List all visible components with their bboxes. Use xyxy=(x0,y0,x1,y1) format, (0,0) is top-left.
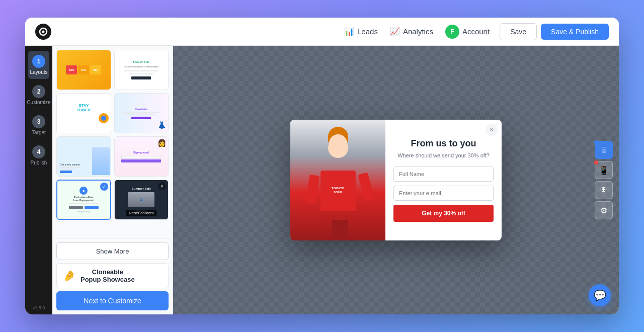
eye-icon: 👁 xyxy=(600,186,608,195)
cloneable-label: Cloneable Popup Showcase xyxy=(80,268,135,283)
popup-subtitle: Where should we send your 30% off? xyxy=(393,152,494,159)
popup-title: From us to you xyxy=(393,138,494,149)
show-more-button[interactable]: Show More xyxy=(56,242,169,260)
templates-footer: Show More 🤌 Cloneable Popup Showcase Nex… xyxy=(52,238,173,314)
template-preview-chair: Get a free sample xyxy=(57,137,111,176)
settings-button[interactable]: ⚙ xyxy=(595,201,613,219)
sidebar-step-layouts[interactable]: 1 Layouts xyxy=(28,51,49,79)
next-to-customize-button[interactable]: Next to Customize xyxy=(56,291,169,310)
template-preview-signup: Sign up now! 👩 xyxy=(115,137,169,176)
mobile-icon: 📱 xyxy=(599,165,609,175)
popup-image-side: TOMATOSOUP xyxy=(290,120,385,240)
svg-point-1 xyxy=(42,30,45,33)
template-preview-newsletter: Newsletter 👗 xyxy=(115,94,169,133)
cloneable-icon: 🤌 xyxy=(63,270,75,282)
nav-leads-label: Leads xyxy=(357,27,378,36)
step-circle-1: 1 xyxy=(32,55,45,68)
main-window: 📊 Leads 📈 Analytics F Account Save Save … xyxy=(25,18,619,314)
mobile-view-button[interactable]: 📱 xyxy=(595,161,613,179)
step-circle-4: 4 xyxy=(32,145,45,158)
popupsmart-icon: ● xyxy=(79,187,88,195)
cloneable-button[interactable]: 🤌 Cloneable Popup Showcase xyxy=(56,263,169,288)
account-initial: F xyxy=(450,28,454,35)
template-card-chair[interactable]: Get a free sample xyxy=(56,136,111,177)
account-avatar: F xyxy=(445,25,459,39)
popup-name-input[interactable] xyxy=(393,167,494,182)
template-preview-pricing: $35 $40 $60 xyxy=(57,50,111,90)
popup-cta-button[interactable]: Get my 30% off xyxy=(393,205,494,222)
popup-preview: TOMATOSOUP From us to you xyxy=(290,120,502,240)
analytics-icon: 📈 xyxy=(390,27,400,36)
sidebar-icons: 1 Layouts 2 Customize 3 Target 4 Publish… xyxy=(25,46,52,314)
popup-email-input[interactable] xyxy=(393,186,494,201)
step-circle-2: 2 xyxy=(32,85,45,98)
leads-icon: 📊 xyxy=(344,27,354,36)
step-label-customize: Customize xyxy=(27,100,50,105)
template-card-signup[interactable]: Sign up now! 👩 xyxy=(114,136,169,177)
sidebar-step-target[interactable]: 3 Target xyxy=(28,111,49,139)
popup-close-icon: × xyxy=(490,126,493,133)
step-circle-3: 3 xyxy=(32,115,45,128)
template-card-popupsmart[interactable]: ● Exclusive offersfrom Popupsmart Privac… xyxy=(56,180,111,220)
step-label-publish: Publish xyxy=(31,160,47,165)
template-card-summer[interactable]: Summer Sale 👗 Shop now × Reset content xyxy=(114,180,169,220)
template-preview-email: SIGN UP FOR Get a free sample of our bes… xyxy=(115,50,169,90)
step-label-target: Target xyxy=(32,130,46,135)
templates-scroll: $35 $40 $60 SIGN UP FOR Get a free sampl… xyxy=(52,46,173,238)
sidebar-step-publish[interactable]: 4 Publish xyxy=(28,141,49,170)
selected-check-badge: ✓ xyxy=(100,183,108,191)
chat-icon: 💬 xyxy=(594,289,606,301)
chat-button[interactable]: 💬 xyxy=(589,284,611,306)
app-logo xyxy=(35,24,51,40)
gear-icon: ⚙ xyxy=(600,206,607,215)
header-nav: 📊 Leads 📈 Analytics F Account xyxy=(344,25,490,39)
templates-panel: $35 $40 $60 SIGN UP FOR Get a free sampl… xyxy=(52,46,173,314)
template-card-email[interactable]: SIGN UP FOR Get a free sample of our bes… xyxy=(114,50,169,90)
template-card-pricing[interactable]: $35 $40 $60 xyxy=(56,50,111,90)
nav-analytics-label: Analytics xyxy=(403,27,433,36)
canvas-area: TOMATOSOUP From us to you xyxy=(173,46,619,314)
cloneable-word: Cloneable xyxy=(92,268,123,276)
desktop-view-button[interactable]: 🖥 xyxy=(595,141,613,159)
popup-form-side: From us to you Where should we send your… xyxy=(385,120,502,240)
save-button[interactable]: Save xyxy=(500,23,537,40)
right-toolbar: 🖥 📱 👁 ⚙ xyxy=(595,141,613,219)
desktop-active-dot xyxy=(594,140,598,144)
popup-close-button[interactable]: × xyxy=(486,124,498,136)
preview-button[interactable]: 👁 xyxy=(595,181,613,199)
nav-leads[interactable]: 📊 Leads xyxy=(344,27,378,36)
save-publish-button[interactable]: Save & Publish xyxy=(541,24,609,40)
nav-account[interactable]: F Account xyxy=(445,25,490,39)
nav-analytics[interactable]: 📈 Analytics xyxy=(390,27,433,36)
popup-showcase-word: Popup Showcase xyxy=(80,276,135,283)
header: 📊 Leads 📈 Analytics F Account Save Save … xyxy=(25,18,619,46)
mobile-dot xyxy=(594,160,598,164)
popup-person-image: TOMATOSOUP xyxy=(290,120,385,240)
template-preview-staytuned: STAYTUNED xyxy=(57,94,111,133)
step-label-layouts: Layouts xyxy=(30,69,47,75)
content-area: 1 Layouts 2 Customize 3 Target 4 Publish… xyxy=(25,46,619,314)
desktop-icon: 🖥 xyxy=(600,145,608,154)
reset-content-label: Reset content xyxy=(126,210,156,216)
nav-account-label: Account xyxy=(462,27,490,36)
template-close-badge: × xyxy=(158,182,166,190)
sidebar-version: v1.5.9 xyxy=(33,305,45,314)
template-card-newsletter[interactable]: Newsletter 👗 xyxy=(114,93,169,133)
sidebar-step-customize[interactable]: 2 Customize xyxy=(28,81,49,109)
template-card-staytuned[interactable]: STAYTUNED xyxy=(56,93,111,133)
cloneable-text-block: Cloneable Popup Showcase xyxy=(80,268,135,283)
